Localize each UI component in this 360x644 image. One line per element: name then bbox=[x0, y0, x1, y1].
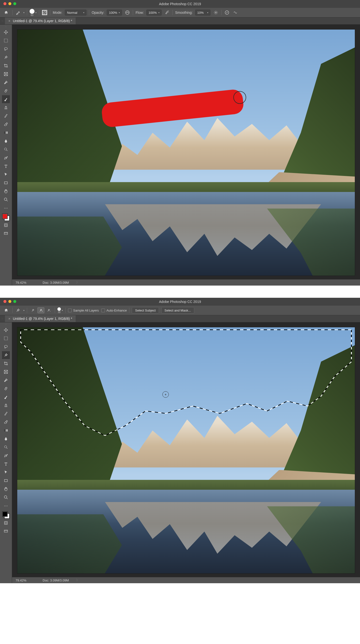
dodge-tool[interactable] bbox=[2, 146, 10, 153]
quick-mask-button[interactable] bbox=[2, 221, 10, 229]
zoom-tool[interactable] bbox=[2, 494, 10, 501]
healing-brush-tool[interactable] bbox=[2, 385, 10, 392]
eraser-tool[interactable] bbox=[2, 120, 10, 128]
marquee-tool[interactable] bbox=[2, 334, 10, 342]
clone-stamp-tool[interactable] bbox=[2, 401, 10, 409]
hand-tool[interactable] bbox=[2, 485, 10, 493]
close-window-button[interactable] bbox=[4, 300, 7, 303]
lasso-tool[interactable] bbox=[2, 343, 10, 351]
screen-mode-button[interactable] bbox=[2, 230, 10, 238]
smoothing-options-button[interactable] bbox=[213, 10, 219, 16]
blend-mode-dropdown[interactable]: Normal ▾ bbox=[65, 10, 86, 16]
minimize-window-button[interactable] bbox=[8, 300, 11, 303]
airbrush-button[interactable] bbox=[164, 10, 170, 16]
lasso-tool[interactable] bbox=[2, 45, 10, 53]
frame-tool[interactable] bbox=[2, 368, 10, 376]
eyedropper-tool[interactable] bbox=[2, 376, 10, 384]
foreground-color-swatch[interactable] bbox=[2, 214, 8, 219]
panel-grip[interactable]: ∷ bbox=[5, 323, 7, 326]
status-menu-arrow-icon[interactable]: 〉 bbox=[76, 578, 79, 582]
chevron-down-icon[interactable]: ▾ bbox=[24, 309, 24, 312]
healing-brush-tool[interactable] bbox=[2, 87, 10, 95]
title-bar[interactable]: Adobe Photoshop CC 2019 bbox=[0, 298, 360, 306]
select-subject-button[interactable]: Select Subject bbox=[132, 307, 159, 314]
smoothing-dropdown[interactable]: 10% ▾ bbox=[195, 10, 211, 16]
zoom-window-button[interactable] bbox=[13, 2, 16, 5]
brush-preset-picker[interactable]: 60 ▾ bbox=[30, 9, 37, 16]
auto-enhance-checkbox[interactable]: Auto-Enhance bbox=[101, 308, 127, 312]
chevron-down-icon[interactable]: ▾ bbox=[36, 12, 37, 14]
close-window-button[interactable] bbox=[4, 2, 7, 5]
marquee-tool[interactable] bbox=[2, 37, 10, 44]
edit-toolbar-button[interactable]: ⋯ bbox=[2, 502, 10, 510]
home-button[interactable] bbox=[3, 9, 10, 16]
zoom-level[interactable]: 79.42% bbox=[16, 578, 35, 582]
eyedropper-tool[interactable] bbox=[2, 78, 10, 86]
tab-grip[interactable]: ∷ bbox=[0, 315, 5, 322]
blur-tool[interactable] bbox=[2, 435, 10, 443]
zoom-window-button[interactable] bbox=[13, 300, 16, 303]
crop-tool[interactable] bbox=[2, 360, 10, 368]
minimize-window-button[interactable] bbox=[8, 2, 11, 5]
color-swatches[interactable] bbox=[2, 511, 10, 519]
quick-selection-tool[interactable] bbox=[2, 54, 10, 61]
title-bar[interactable]: Adobe Photoshop CC 2019 bbox=[0, 0, 360, 8]
history-brush-tool[interactable] bbox=[2, 112, 10, 120]
eraser-tool[interactable] bbox=[2, 418, 10, 426]
pen-tool[interactable] bbox=[2, 154, 10, 162]
brush-preset-picker[interactable]: 30 ▾ bbox=[57, 307, 63, 314]
chevron-down-icon[interactable]: ▾ bbox=[62, 309, 63, 312]
move-tool[interactable] bbox=[2, 28, 10, 36]
add-to-selection-button[interactable] bbox=[38, 307, 44, 313]
clone-stamp-tool[interactable] bbox=[2, 104, 10, 112]
move-tool[interactable] bbox=[2, 326, 10, 334]
document-info[interactable]: Doc: 3.09M/3.09M bbox=[43, 578, 69, 582]
zoom-level[interactable]: 79.42% bbox=[16, 281, 35, 284]
document-tab[interactable]: × Untitled-1 @ 79.4% (Layer 1, RGB/8) * bbox=[5, 315, 76, 322]
edit-toolbar-button[interactable]: ⋯ bbox=[2, 204, 10, 212]
screen-mode-button[interactable] bbox=[2, 527, 10, 535]
sample-all-layers-checkbox[interactable]: Sample All Layers bbox=[68, 308, 99, 312]
rectangle-tool[interactable] bbox=[2, 179, 10, 187]
quick-mask-button[interactable] bbox=[2, 519, 10, 527]
new-selection-button[interactable] bbox=[30, 307, 37, 313]
tool-preset-picker[interactable] bbox=[15, 307, 21, 313]
crop-tool[interactable] bbox=[2, 62, 10, 70]
opacity-pressure-button[interactable] bbox=[124, 10, 130, 16]
subtract-from-selection-button[interactable] bbox=[45, 307, 52, 313]
size-pressure-button[interactable] bbox=[224, 10, 230, 16]
dodge-tool[interactable] bbox=[2, 443, 10, 451]
brush-tool[interactable] bbox=[2, 393, 10, 401]
brush-settings-button[interactable] bbox=[42, 10, 48, 16]
chevron-down-icon[interactable]: ▾ bbox=[24, 12, 24, 14]
foreground-color-swatch[interactable] bbox=[2, 511, 8, 517]
path-selection-tool[interactable] bbox=[2, 170, 10, 178]
gradient-tool[interactable] bbox=[2, 129, 10, 136]
panel-grip[interactable]: ∷ bbox=[5, 26, 7, 28]
hand-tool[interactable] bbox=[2, 187, 10, 195]
canvas-viewport[interactable]: + bbox=[12, 322, 360, 577]
pen-tool[interactable] bbox=[2, 452, 10, 460]
close-tab-icon[interactable]: × bbox=[8, 19, 10, 23]
close-tab-icon[interactable]: × bbox=[8, 317, 10, 321]
document-canvas[interactable]: + bbox=[17, 327, 355, 574]
document-tab[interactable]: × Untitled-1 @ 79.4% (Layer 1, RGB/8) * bbox=[5, 18, 76, 24]
canvas-viewport[interactable] bbox=[12, 24, 360, 279]
home-button[interactable] bbox=[3, 307, 10, 314]
flow-dropdown[interactable]: 100% ▾ bbox=[146, 10, 162, 16]
history-brush-tool[interactable] bbox=[2, 410, 10, 418]
tool-preset-picker[interactable] bbox=[15, 10, 21, 16]
opacity-dropdown[interactable]: 100% ▾ bbox=[107, 10, 122, 16]
brush-tool[interactable] bbox=[2, 95, 10, 103]
document-canvas[interactable] bbox=[17, 29, 355, 276]
rectangle-tool[interactable] bbox=[2, 477, 10, 484]
type-tool[interactable] bbox=[2, 162, 10, 170]
path-selection-tool[interactable] bbox=[2, 468, 10, 476]
type-tool[interactable] bbox=[2, 460, 10, 468]
symmetry-button[interactable] bbox=[232, 10, 238, 16]
document-info[interactable]: Doc: 3.09M/3.09M bbox=[43, 281, 69, 284]
gradient-tool[interactable] bbox=[2, 426, 10, 434]
select-and-mask-button[interactable]: Select and Mask... bbox=[161, 307, 194, 314]
zoom-tool[interactable] bbox=[2, 196, 10, 204]
color-swatches[interactable] bbox=[2, 214, 10, 221]
